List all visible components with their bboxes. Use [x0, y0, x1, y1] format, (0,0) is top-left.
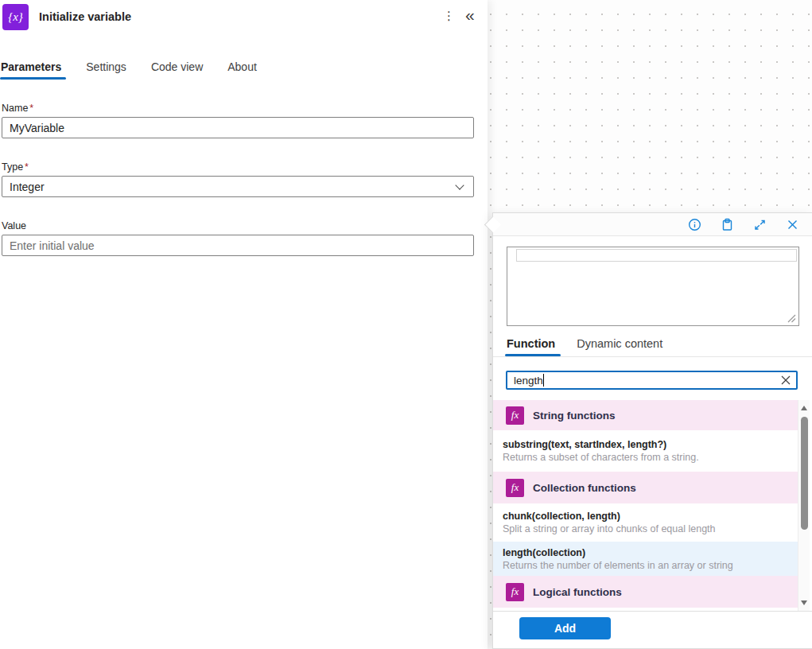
function-description: Returns a subset of characters from a st…: [503, 452, 798, 463]
expand-icon[interactable]: [753, 218, 767, 231]
value-field[interactable]: [2, 235, 474, 256]
close-icon[interactable]: [786, 218, 799, 231]
more-options-icon[interactable]: ⋮: [443, 6, 455, 25]
function-signature: length(collection): [503, 547, 798, 558]
required-asterisk: *: [29, 103, 33, 114]
type-dropdown[interactable]: [2, 176, 474, 197]
type-label: Type*: [2, 161, 488, 173]
function-signature: substring(text, startIndex, length?): [503, 439, 798, 450]
name-label-text: Name: [2, 103, 28, 114]
value-label: Value: [2, 220, 488, 231]
designer-screen: {x} Initialize variable ⋮ « Parameters S…: [0, 0, 812, 649]
panel-title: Initialize variable: [39, 4, 131, 30]
tab-settings[interactable]: Settings: [86, 60, 126, 80]
variable-action-icon: {x}: [2, 4, 29, 30]
list-scrollbar[interactable]: [798, 400, 810, 611]
flyout-tabs-bar: Function Dynamic content: [493, 326, 812, 357]
panel-header: {x} Initialize variable ⋮ «: [0, 0, 488, 34]
tab-parameters[interactable]: Parameters: [1, 60, 61, 80]
function-item-length[interactable]: length(collection) Returns the number of…: [493, 542, 798, 576]
tab-dynamic-content[interactable]: Dynamic content: [577, 337, 665, 356]
required-asterisk: *: [25, 161, 29, 173]
scroll-down-icon[interactable]: [801, 600, 807, 605]
flyout-footer: Add: [493, 611, 812, 648]
function-signature: chunk(collection, length): [503, 511, 798, 522]
parameters-form: Name* Type* Value: [0, 103, 488, 256]
expression-flyout: Function Dynamic content fx String funct…: [492, 212, 812, 649]
category-label: Logical functions: [533, 586, 622, 598]
category-label: Collection functions: [533, 482, 636, 494]
scrollbar-thumb[interactable]: [801, 417, 808, 530]
function-description: Returns the number of elements in an arr…: [503, 560, 798, 571]
category-label: String functions: [533, 410, 616, 422]
value-label-text: Value: [2, 220, 26, 231]
function-item-substring[interactable]: substring(text, startIndex, length?) Ret…: [493, 430, 798, 472]
add-button[interactable]: Add: [519, 617, 611, 639]
tab-code-view[interactable]: Code view: [151, 60, 203, 80]
expression-editor[interactable]: [507, 247, 799, 326]
search-input[interactable]: [506, 371, 798, 390]
fx-icon: fx: [506, 479, 524, 497]
name-label: Name*: [2, 103, 488, 114]
function-description: Split a string or array into chunks of e…: [503, 523, 798, 534]
copy-icon[interactable]: [721, 218, 734, 231]
resize-handle[interactable]: [787, 314, 796, 323]
scroll-up-icon[interactable]: [801, 406, 807, 410]
category-logical-functions[interactable]: fx Logical functions: [493, 576, 798, 608]
function-item-chunk[interactable]: chunk(collection, length) Split a string…: [493, 503, 798, 542]
name-field[interactable]: [2, 117, 474, 138]
tab-about[interactable]: About: [227, 60, 257, 80]
category-string-functions[interactable]: fx String functions: [493, 400, 798, 430]
text-caret: [543, 374, 544, 387]
tab-function[interactable]: Function: [507, 337, 558, 356]
expression-input[interactable]: [516, 249, 797, 262]
clear-search-icon[interactable]: [780, 375, 791, 386]
fx-icon: fx: [506, 406, 524, 425]
function-list: fx String functions substring(text, star…: [493, 400, 812, 611]
function-search: [506, 371, 798, 390]
category-collection-functions[interactable]: fx Collection functions: [493, 472, 798, 503]
collapse-panel-icon[interactable]: «: [465, 6, 475, 24]
fx-icon: fx: [506, 583, 524, 601]
flyout-toolbar: [493, 213, 812, 236]
action-config-panel: {x} Initialize variable ⋮ « Parameters S…: [0, 0, 488, 649]
type-label-text: Type: [2, 161, 23, 173]
info-icon[interactable]: [688, 218, 701, 231]
panel-tabs: Parameters Settings Code view About: [0, 60, 488, 80]
